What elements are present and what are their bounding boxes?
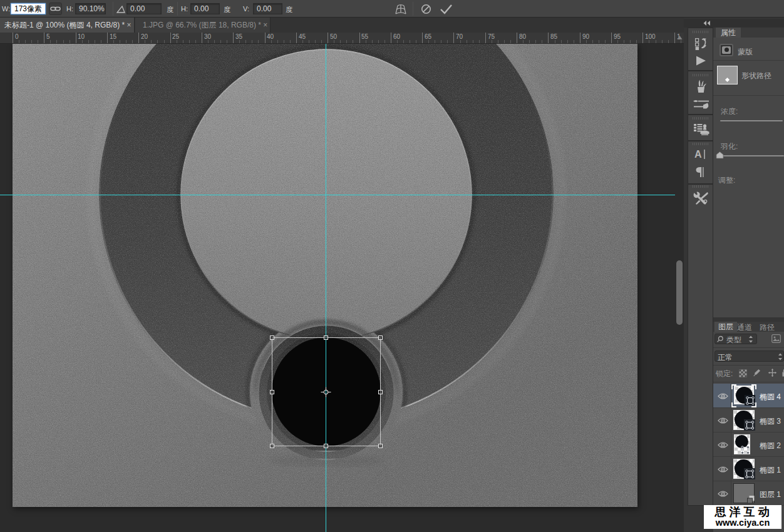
svg-text:A: A — [694, 149, 702, 160]
